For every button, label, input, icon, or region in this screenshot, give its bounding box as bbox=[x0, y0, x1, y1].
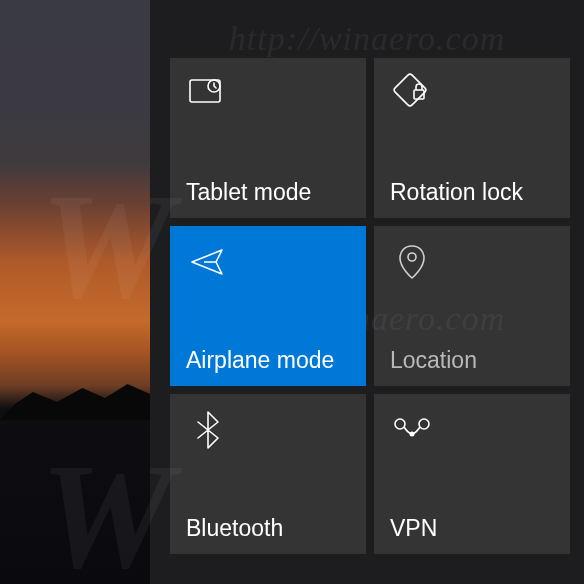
tile-label: Location bbox=[390, 347, 554, 374]
action-center-panel: http://winaero.com http://winaero.com W … bbox=[150, 0, 584, 584]
tile-label: Rotation lock bbox=[390, 179, 554, 206]
rotation-lock-icon bbox=[390, 72, 434, 116]
tile-vpn[interactable]: VPN bbox=[374, 394, 570, 554]
tile-label: Tablet mode bbox=[186, 179, 350, 206]
watermark-text: http://winaero.com bbox=[150, 20, 584, 58]
bluetooth-icon bbox=[186, 408, 230, 452]
tile-label: Bluetooth bbox=[186, 515, 350, 542]
airplane-icon bbox=[186, 240, 230, 284]
tile-location[interactable]: Location bbox=[374, 226, 570, 386]
tile-bluetooth[interactable]: Bluetooth bbox=[170, 394, 366, 554]
tile-airplane-mode[interactable]: Airplane mode bbox=[170, 226, 366, 386]
svg-point-4 bbox=[408, 253, 416, 261]
vpn-icon bbox=[390, 408, 434, 452]
desktop-wallpaper bbox=[0, 0, 150, 584]
svg-point-7 bbox=[410, 432, 415, 437]
tile-label: Airplane mode bbox=[186, 347, 350, 374]
tile-rotation-lock[interactable]: Rotation lock bbox=[374, 58, 570, 218]
tile-label: VPN bbox=[390, 515, 554, 542]
tablet-mode-icon bbox=[186, 72, 230, 116]
location-icon bbox=[390, 240, 434, 284]
quick-action-tiles: Tablet mode Rotation lock Airplane mode bbox=[170, 58, 570, 554]
tile-tablet-mode[interactable]: Tablet mode bbox=[170, 58, 366, 218]
